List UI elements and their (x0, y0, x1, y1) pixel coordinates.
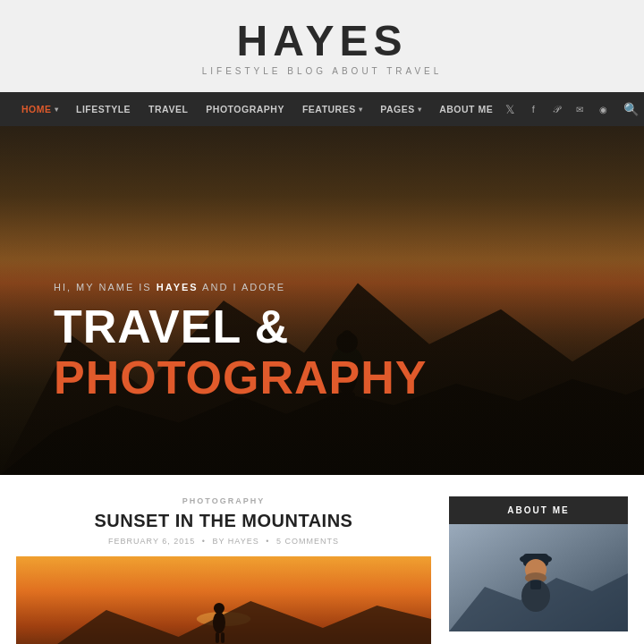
twitter-icon[interactable]: 𝕏 (502, 101, 518, 117)
post-title[interactable]: SUNSET IN THE MOUNTAINS (16, 511, 431, 531)
meta-dot: • (266, 537, 269, 546)
svg-rect-23 (530, 580, 541, 589)
nav-item-home[interactable]: HOME ▾ (13, 92, 67, 126)
nav-item-about[interactable]: ABOUT ME (430, 92, 502, 126)
email-icon[interactable]: ✉ (572, 101, 588, 117)
main-content: PHOTOGRAPHY SUNSET IN THE MOUNTAINS FEBR… (16, 496, 431, 644)
post-meta: FEBRUARY 6, 2015 • BY HAYES • 5 COMMENTS (16, 537, 431, 546)
site-header: HAYES LIFESTYLE BLOG ABOUT TRAVEL (0, 0, 644, 92)
chevron-down-icon: ▾ (55, 106, 59, 114)
post-date: FEBRUARY 6, 2015 (108, 537, 195, 546)
sidebar-photo-image (449, 524, 628, 631)
rss-icon[interactable]: ◉ (595, 101, 611, 117)
facebook-icon[interactable]: f (525, 101, 541, 117)
meta-dot: • (202, 537, 206, 546)
nav-item-photography[interactable]: PHOTOGRAPHY (197, 92, 293, 126)
sidebar-about-button[interactable]: ABOUT ME (449, 496, 628, 524)
chevron-down-icon: ▾ (418, 106, 422, 114)
svg-point-13 (213, 612, 225, 633)
nav-item-pages[interactable]: PAGES ▾ (371, 92, 430, 126)
nav-item-lifestyle[interactable]: LIFESTYLE (67, 92, 140, 126)
site-tagline: LIFESTYLE BLOG ABOUT TRAVEL (9, 66, 635, 76)
chevron-down-icon: ▾ (359, 106, 363, 114)
hero-subtitle: HI, MY NAME IS HAYES AND I ADORE (54, 282, 427, 292)
nav-item-features[interactable]: FEATURES ▾ (293, 92, 371, 126)
post-category: PHOTOGRAPHY (16, 496, 431, 505)
sidebar-photo (449, 524, 628, 631)
search-icon[interactable]: 🔍 (623, 102, 639, 116)
navigation: HOME ▾ LIFESTYLE TRAVEL PHOTOGRAPHY FEAT… (0, 92, 644, 126)
post-thumbnail[interactable] (16, 556, 431, 644)
hero-section: HI, MY NAME IS HAYES AND I ADORE TRAVEL … (0, 126, 644, 475)
pinterest-icon[interactable]: 𝒫 (548, 101, 564, 117)
nav-items: HOME ▾ LIFESTYLE TRAVEL PHOTOGRAPHY FEAT… (13, 92, 502, 126)
post-thumbnail-image (16, 556, 431, 644)
svg-rect-14 (216, 632, 219, 643)
content-area: PHOTOGRAPHY SUNSET IN THE MOUNTAINS FEBR… (0, 475, 644, 644)
svg-rect-15 (221, 632, 225, 643)
social-icons: 𝕏 f 𝒫 ✉ ◉ 🔍 (502, 101, 639, 117)
site-title[interactable]: HAYES (9, 20, 635, 63)
hero-title-line2: PHOTOGRAPHY (54, 352, 427, 403)
post-comments[interactable]: 5 COMMENTS (276, 537, 339, 546)
hero-content: HI, MY NAME IS HAYES AND I ADORE TRAVEL … (54, 282, 427, 403)
post-author[interactable]: BY HAYES (213, 537, 259, 546)
nav-item-travel[interactable]: TRAVEL (140, 92, 197, 126)
sidebar: ABOUT ME (449, 496, 628, 644)
hero-title-line1: TRAVEL & (54, 301, 427, 352)
